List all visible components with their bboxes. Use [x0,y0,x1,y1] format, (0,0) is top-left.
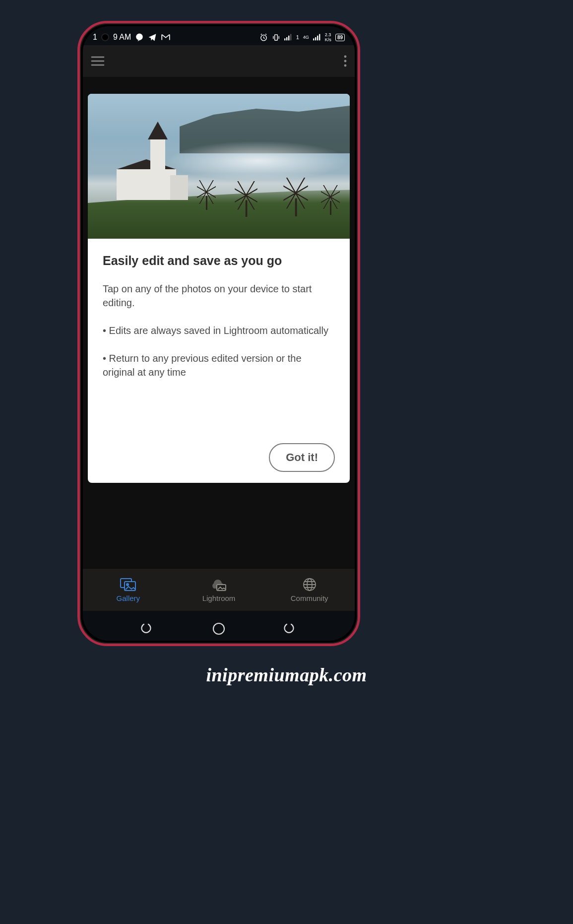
svg-point-14 [344,56,347,58]
nav-label: Gallery [117,594,140,602]
cloud-photo-icon [210,578,228,592]
svg-point-15 [344,60,347,63]
signal-icon [313,34,321,41]
onboarding-title: Easily edit and save as you go [103,254,335,268]
onboarding-intro: Tap on any of the photos on your device … [103,282,335,310]
recent-apps-icon[interactable] [141,622,154,637]
status-time-prefix: 1 [93,33,97,42]
alarm-icon [259,33,268,42]
svg-rect-2 [274,34,277,40]
network-type: 4G [303,35,309,40]
app-header [83,45,355,77]
svg-rect-4 [286,37,287,40]
sim-slot-indicator: 1 [296,34,299,40]
svg-rect-5 [288,36,289,41]
gmail-icon [161,34,171,41]
nav-label: Community [291,594,328,602]
onboarding-body: Easily edit and save as you go Tap on an… [88,239,350,483]
nav-item-community[interactable]: Community [264,569,355,611]
kebab-icon[interactable] [344,55,347,67]
status-bar-left: 1 9 AM [93,33,171,42]
nav-item-lightroom[interactable]: Lightroom [174,569,264,611]
svg-rect-3 [284,38,285,40]
status-bar-right: 1 4G 2.3 K/s 89 [259,32,345,42]
nav-item-gallery[interactable]: Gallery [83,569,174,611]
svg-point-19 [127,584,128,586]
phone-screen: 1 9 AM [83,26,355,641]
svg-point-26 [213,623,224,634]
watermark-text: inipremiumapk.com [0,664,573,686]
svg-rect-9 [317,36,318,41]
bottom-nav: Gallery Lightroom Community [83,568,355,611]
status-bar: 1 9 AM [83,26,355,45]
content-area: Easily edit and save as you go Tap on an… [83,77,355,568]
vibrate-icon [272,33,280,42]
svg-rect-10 [319,34,320,41]
system-nav-bar [83,611,355,641]
onboarding-actions: Got it! [103,443,335,472]
status-time: 9 AM [113,33,131,42]
phone-frame: 1 9 AM [77,21,360,646]
network-speed-unit: K/s [325,37,331,42]
svg-rect-7 [313,38,314,40]
battery-icon: 89 [335,34,345,41]
svg-rect-6 [290,34,291,41]
signal-icon [284,34,292,41]
hamburger-icon[interactable] [91,56,105,66]
onboarding-bullet-2: • Return to any previous edited version … [103,351,335,379]
gallery-icon [120,578,136,592]
globe-icon [303,578,317,592]
network-speed: 2.3 K/s [325,32,331,42]
camera-punch-hole [101,33,109,41]
svg-rect-8 [315,37,316,40]
svg-point-16 [344,65,347,67]
got-it-button[interactable]: Got it! [269,443,335,472]
network-speed-value: 2.3 [325,32,331,37]
battery-percent: 89 [337,35,343,40]
network-type-label: 4G [303,35,309,40]
svg-point-0 [136,34,143,41]
home-circle-icon[interactable] [212,622,226,638]
back-icon[interactable] [284,622,297,637]
onboarding-card: Easily edit and save as you go Tap on an… [88,94,350,483]
telegram-icon [148,33,157,42]
onboarding-bullet-1: • Edits are always saved in Lightroom au… [103,324,335,337]
chat-bubble-icon [135,33,144,42]
onboarding-image [88,94,350,239]
nav-label: Lightroom [202,594,236,602]
